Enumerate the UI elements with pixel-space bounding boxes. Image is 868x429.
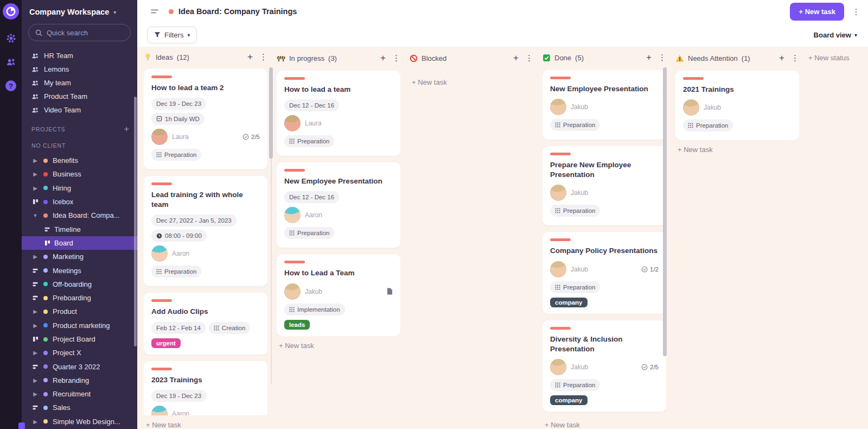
sidebar-project-marketing[interactable]: ▶ Marketing — [22, 250, 137, 263]
task-card[interactable]: Prepare New Employee Presentation Jakub … — [542, 146, 666, 225]
workspace-switcher[interactable]: Company Workspace ▾ — [22, 0, 137, 23]
group-chip[interactable]: Preparation — [550, 281, 600, 293]
settings-gear-icon[interactable] — [4, 31, 17, 45]
tag-urgent[interactable]: urgent — [151, 338, 181, 348]
add-task-icon[interactable]: + — [380, 53, 386, 64]
sidebar-project-benefits[interactable]: ▶ Benefits — [22, 154, 137, 167]
sidebar-project-sales[interactable]: Sales — [22, 401, 137, 414]
add-project-button[interactable]: + — [124, 124, 130, 135]
help-icon[interactable]: ? — [4, 79, 17, 92]
sidebar-project-project-x[interactable]: ▶ Project X — [22, 346, 137, 359]
teams-people-icon[interactable] — [4, 55, 17, 68]
new-status-button[interactable]: + New status — [808, 50, 868, 429]
date-chip[interactable]: Dec 12 - Dec 16 — [284, 191, 339, 203]
column-menu-icon[interactable]: ⋮ — [525, 53, 533, 63]
tag-company[interactable]: company — [550, 395, 588, 405]
sidebar-view-board[interactable]: Board — [22, 236, 137, 250]
time-chip[interactable]: 08:00 - 09:00 — [151, 230, 207, 242]
task-card[interactable]: New Employee Presentation Dec 12 - Dec 1… — [277, 162, 400, 248]
chevron-right-icon: ▶ — [31, 185, 39, 191]
task-card[interactable]: 2023 Trainings Dec 19 - Dec 23 Aaron Pre… — [144, 361, 267, 415]
group-chip[interactable]: Implementation — [284, 304, 345, 316]
card-accent-bar — [284, 77, 305, 80]
filters-button[interactable]: Filters ▾ — [147, 27, 197, 43]
sidebar-item-product-team[interactable]: Product Team — [22, 90, 137, 103]
new-task-link[interactable]: + New task — [277, 342, 400, 350]
sidebar-project-rebranding[interactable]: ▶ Rebranding — [22, 374, 137, 387]
task-card[interactable]: Diversity & Inclusion Presentation Jakub… — [542, 320, 666, 412]
task-card[interactable]: 2021 Trainings Jakub Preparation — [675, 71, 799, 140]
column-menu-icon[interactable]: ⋮ — [392, 53, 400, 63]
group-chip[interactable]: Preparation — [151, 149, 201, 161]
sidebar-item-lemons[interactable]: Lemons — [22, 62, 137, 76]
date-chip[interactable]: Dec 19 - Dec 23 — [151, 390, 206, 402]
group-chip[interactable]: Preparation — [284, 227, 334, 239]
task-card[interactable]: How to lead a team Dec 12 - Dec 16 Laura… — [277, 71, 400, 156]
tag-company[interactable]: company — [550, 298, 588, 307]
sidebar-item-video-team[interactable]: Video Team — [22, 103, 137, 117]
sidebar-project-hiring[interactable]: ▶ Hiring — [22, 181, 137, 195]
kebab-menu-icon[interactable]: ⋮ — [852, 7, 860, 17]
date-chip[interactable]: Dec 19 - Dec 23 — [151, 98, 206, 110]
sidebar-project-product-marketing[interactable]: ▶ Product marketing — [22, 319, 137, 332]
group-chip[interactable]: Preparation — [550, 379, 600, 391]
group-chip[interactable]: Preparation — [284, 135, 334, 147]
sidebar-project-business[interactable]: ▶ Business — [22, 167, 137, 181]
sidebar-project-simple-web-design[interactable]: ▶ Simple Web Design... — [22, 415, 137, 428]
sidebar-item-my-team[interactable]: My team — [22, 76, 137, 90]
view-selector[interactable]: Board view ▾ — [814, 31, 857, 39]
group-chip[interactable]: Preparation — [550, 119, 600, 131]
group-chip[interactable]: Preparation — [151, 266, 201, 277]
sidebar-project-idea-board[interactable]: ▼ Idea Board: Compa... — [22, 209, 137, 222]
add-task-icon[interactable]: + — [779, 53, 784, 64]
column-menu-icon[interactable]: ⋮ — [658, 53, 666, 62]
add-task-icon[interactable]: + — [513, 53, 519, 64]
assignee-name: Jakub — [704, 104, 721, 111]
new-task-link[interactable]: + New task — [410, 78, 533, 86]
clock-icon — [156, 233, 162, 239]
task-card[interactable]: Lead training 2 with whole team Dec 27, … — [144, 176, 267, 286]
add-task-icon[interactable]: + — [646, 52, 652, 63]
task-card[interactable]: How to Lead a Team Jakub Implementation — [277, 254, 400, 336]
sidebar-scrollbar[interactable] — [134, 97, 137, 346]
group-chip[interactable]: Creation — [209, 322, 250, 334]
done-column-scrollbar[interactable] — [663, 67, 667, 356]
chevron-down-icon: ▾ — [187, 32, 190, 38]
sidebar-project-project-board[interactable]: Project Board — [22, 332, 137, 346]
sidebar-project-quarter-3-2022[interactable]: Quarter 3 2022 — [22, 359, 137, 373]
column-menu-icon[interactable]: ⋮ — [259, 52, 267, 62]
quick-search[interactable] — [28, 24, 131, 41]
new-task-link[interactable]: + New task — [675, 146, 799, 154]
card-accent-bar — [683, 77, 704, 80]
date-chip[interactable]: Dec 27, 2022 - Jan 5, 2023 — [151, 214, 237, 226]
group-chip[interactable]: Preparation — [683, 119, 733, 131]
app-logo-icon[interactable] — [3, 3, 19, 20]
recurring-chip[interactable]: 1h Daily WD — [151, 113, 205, 125]
task-card[interactable]: How to lead a team 2 Dec 19 - Dec 23 1h … — [144, 69, 267, 169]
sidebar-project-product[interactable]: ▶ Product — [22, 305, 137, 318]
task-card[interactable]: Add Audio Clips Feb 12 - Feb 14 Creation… — [144, 293, 267, 354]
new-task-button[interactable]: + New task — [790, 3, 844, 21]
chevron-right-icon: ▶ — [31, 350, 39, 356]
date-chip[interactable]: Dec 12 - Dec 16 — [284, 99, 339, 111]
sidebar-view-timeline[interactable]: Timeline — [22, 222, 137, 236]
add-task-icon[interactable]: + — [247, 52, 253, 62]
ideas-column-scrollbar[interactable] — [269, 67, 273, 159]
new-task-link[interactable]: + New task — [542, 421, 666, 429]
search-input[interactable] — [47, 29, 117, 37]
project-list-icon[interactable] — [150, 8, 159, 15]
sidebar-item-hr-team[interactable]: HR Team — [22, 49, 137, 62]
sidebar-project-recruitment[interactable]: ▶ Recruitment — [22, 387, 137, 401]
new-task-link[interactable]: + New task — [144, 421, 267, 429]
task-card[interactable]: New Employee Presentation Jakub Preparat… — [542, 70, 666, 140]
sidebar-project-meetings[interactable]: Meetings — [22, 263, 137, 277]
sidebar-project-off-boarding[interactable]: Off-boarding — [22, 277, 137, 291]
column-menu-icon[interactable]: ⋮ — [791, 53, 799, 63]
recurring-icon — [156, 116, 162, 122]
sidebar-project-preboarding[interactable]: Preboarding — [22, 291, 137, 305]
date-chip[interactable]: Feb 12 - Feb 14 — [151, 322, 206, 334]
group-chip[interactable]: Preparation — [550, 205, 600, 217]
task-card[interactable]: Company Policy Presentations Jakub 1/2 P… — [542, 232, 666, 313]
sidebar-project-icebox[interactable]: Icebox — [22, 195, 137, 209]
tag-leads[interactable]: leads — [284, 320, 310, 330]
